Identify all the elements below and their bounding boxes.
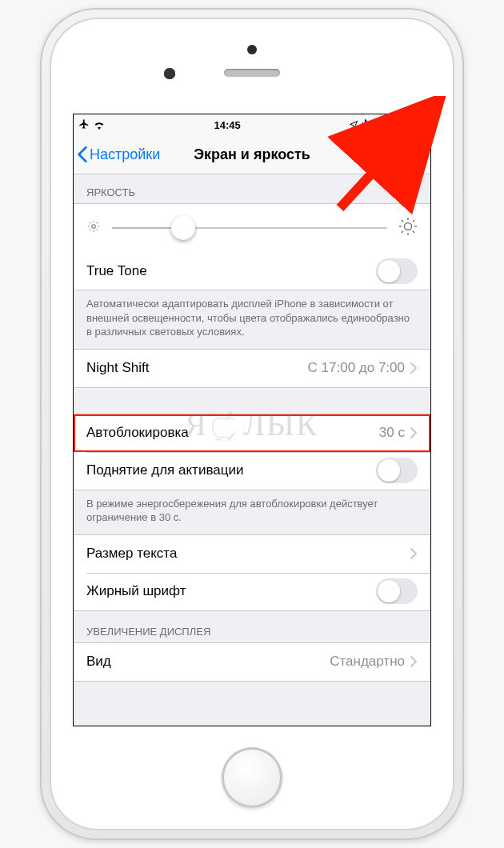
brightness-slider-row: [74, 204, 430, 252]
wifi-icon: [93, 120, 106, 130]
brightness-low-icon: [86, 219, 101, 237]
view-detail: Стандартно: [330, 654, 405, 670]
iphone-bezel: 14:45 70 %: [50, 18, 454, 830]
view-row[interactable]: Вид Стандартно: [74, 643, 430, 681]
svg-point-1: [405, 223, 412, 230]
earpiece-speaker: [224, 69, 280, 77]
raise-to-wake-row: Поднятие для активации: [74, 452, 430, 490]
slider-thumb[interactable]: [171, 216, 195, 240]
chevron-right-icon: [410, 655, 418, 668]
brightness-high-icon: [398, 217, 418, 239]
status-time: 14:45: [214, 119, 241, 131]
airplane-mode-icon: [78, 118, 90, 132]
settings-content[interactable]: ЯРКОСТЬ: [74, 172, 430, 726]
true-tone-footer: Автоматически адаптировать дисплей iPhon…: [74, 290, 430, 349]
bold-text-row: Жирный шрифт: [74, 573, 430, 610]
auto-lock-row[interactable]: Автоблокировка 30 с: [74, 414, 430, 452]
text-group: Размер текста Жирный шрифт: [74, 534, 430, 611]
screen: 14:45 70 %: [73, 114, 431, 726]
battery-fill: [400, 120, 414, 130]
back-button[interactable]: Настройки: [74, 146, 160, 163]
bold-text-label: Жирный шрифт: [86, 583, 376, 599]
chevron-right-icon: [410, 547, 418, 560]
back-label: Настройки: [90, 146, 160, 163]
auto-lock-group: Автоблокировка 30 с Поднятие для активац…: [74, 414, 430, 490]
proximity-sensor: [247, 45, 257, 54]
nav-bar: Настройки Экран и яркость: [74, 135, 430, 174]
status-left: [78, 118, 106, 132]
brightness-slider[interactable]: [112, 227, 387, 229]
view-label: Вид: [86, 654, 330, 670]
page-title: Экран и яркость: [194, 146, 310, 163]
raise-to-wake-label: Поднятие для активации: [86, 462, 376, 478]
auto-lock-label: Автоблокировка: [86, 425, 379, 441]
display-zoom-group: Вид Стандартно: [74, 642, 430, 682]
status-bar: 14:45 70 %: [74, 114, 430, 135]
true-tone-toggle[interactable]: [376, 258, 418, 284]
front-camera: [164, 68, 175, 79]
brightness-header: ЯРКОСТЬ: [74, 172, 430, 203]
svg-point-0: [92, 225, 96, 229]
battery-icon: [399, 119, 426, 130]
iphone-frame: 14:45 70 %: [40, 8, 464, 840]
status-right: 70 %: [349, 119, 426, 131]
display-zoom-header: УВЕЛИЧЕНИЕ ДИСПЛЕЯ: [74, 611, 430, 642]
brightness-group: True Tone: [74, 203, 430, 290]
night-shift-label: Night Shift: [86, 360, 308, 376]
true-tone-row: True Tone: [74, 252, 430, 290]
night-shift-group: Night Shift С 17:00 до 7:00: [74, 349, 430, 388]
stage: 14:45 70 %: [0, 0, 504, 848]
text-size-row[interactable]: Размер текста: [74, 535, 430, 573]
bold-text-toggle[interactable]: [376, 578, 418, 604]
night-shift-detail: С 17:00 до 7:00: [308, 360, 405, 376]
night-shift-row[interactable]: Night Shift С 17:00 до 7:00: [74, 350, 430, 387]
battery-percent: 70 %: [372, 119, 396, 131]
raise-to-wake-toggle[interactable]: [376, 458, 418, 483]
chevron-right-icon: [410, 362, 418, 374]
bluetooth-icon: [362, 119, 369, 130]
auto-lock-footer: В режиме энергосбережения для автоблокир…: [74, 490, 430, 534]
chevron-right-icon: [410, 426, 418, 439]
text-size-label: Размер текста: [86, 546, 410, 562]
true-tone-label: True Tone: [86, 263, 376, 279]
auto-lock-detail: 30 с: [379, 425, 405, 441]
home-button[interactable]: [222, 747, 282, 808]
location-icon: [349, 120, 358, 130]
